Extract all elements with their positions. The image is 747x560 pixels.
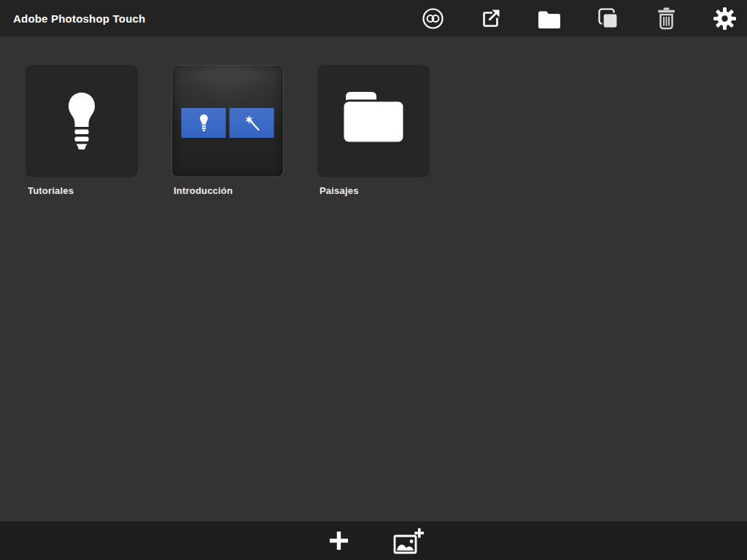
project-tiles-row: Tutoriales [26,65,430,196]
trash-icon [657,7,676,30]
lightbulb-icon [199,114,208,131]
creative-cloud-icon [422,7,444,30]
lightbulb-icon [67,93,96,149]
magic-wand-icon [243,114,260,132]
project-label: Paisajes [320,185,430,196]
project-tile-tutoriales[interactable] [26,65,138,177]
delete-button[interactable] [654,6,678,31]
settings-button[interactable] [712,6,737,31]
project-label: Introducción [174,185,284,196]
bottom-toolbar [0,521,747,560]
share-icon [479,7,503,30]
add-image-icon [393,528,424,554]
open-folder-button[interactable] [537,6,562,31]
project-tile-introduccion[interactable] [171,65,284,177]
folder-icon [341,90,406,146]
project-gallery: Tutoriales [0,36,747,521]
tutorial-preview-pages [182,108,274,138]
add-project-button[interactable] [322,525,355,557]
project-paisajes: Paisajes [317,65,430,196]
creative-cloud-button[interactable] [420,6,445,31]
tutorial-page-thumbnail [230,108,274,138]
duplicate-icon [596,7,619,30]
folder-open-icon [537,9,562,28]
tutorial-page-thumbnail [182,108,226,138]
app-title: Adobe Photoshop Touch [13,12,145,25]
project-label: Tutoriales [28,185,138,196]
add-image-button[interactable] [392,525,425,557]
share-button[interactable] [479,6,503,31]
add-project-icon [329,531,349,551]
project-introduccion: Introducción [171,65,284,196]
project-tutoriales: Tutoriales [26,65,138,196]
project-tile-paisajes[interactable] [317,65,430,177]
top-toolbar: Adobe Photoshop Touch [0,0,747,36]
gear-icon [713,7,737,31]
toolbar-actions [420,0,737,36]
duplicate-button[interactable] [595,6,620,31]
